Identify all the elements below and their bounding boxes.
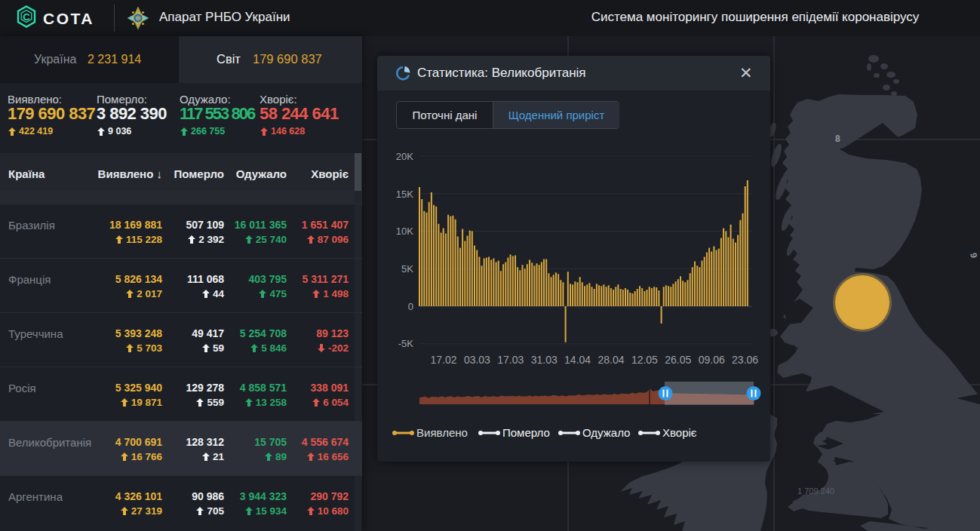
- svg-text:14.04: 14.04: [564, 354, 591, 366]
- svg-text:C: C: [23, 11, 30, 23]
- svg-text:17.03: 17.03: [497, 354, 524, 366]
- svg-text:15K: 15K: [396, 189, 413, 200]
- svg-text:Померло: Померло: [502, 426, 550, 439]
- svg-text:Виявлено: Виявлено: [416, 426, 468, 439]
- svg-text:9: 9: [968, 252, 979, 259]
- svg-text:1 709 240: 1 709 240: [797, 486, 834, 496]
- svg-text:8: 8: [835, 134, 840, 144]
- svg-text:31.03: 31.03: [531, 354, 558, 366]
- svg-text:5K: 5K: [401, 263, 413, 275]
- svg-text:26.05: 26.05: [665, 354, 691, 366]
- svg-text:23.06: 23.06: [732, 354, 758, 366]
- svg-text:0: 0: [408, 301, 413, 312]
- svg-text:03.03: 03.03: [464, 354, 490, 366]
- svg-text:09.06: 09.06: [699, 354, 725, 366]
- svg-text:20K: 20K: [396, 151, 413, 162]
- svg-text:Одужало: Одужало: [582, 426, 630, 439]
- svg-text:10K: 10K: [396, 226, 413, 237]
- svg-text:-5K: -5K: [398, 338, 414, 349]
- svg-text:28.04: 28.04: [598, 354, 624, 366]
- svg-text:12.05: 12.05: [631, 354, 658, 366]
- svg-text:17.02: 17.02: [430, 354, 456, 366]
- svg-text:Хворіє: Хворіє: [662, 426, 697, 439]
